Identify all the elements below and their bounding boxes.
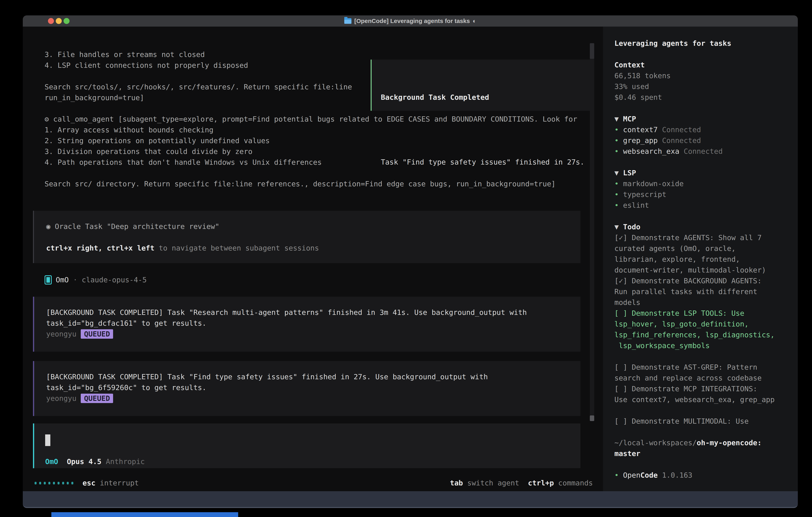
background-task-message-1: [BACKGROUND TASK COMPLETED] Task "Resear… bbox=[33, 297, 580, 352]
window-titlebar[interactable]: [OpenCode] Leveraging agents for tasks ◐ bbox=[23, 16, 798, 27]
background-task-message-2: [BACKGROUND TASK COMPLETED] Task "Find t… bbox=[33, 361, 580, 416]
sidebar-content: Leveraging agents for tasks Context66,51… bbox=[614, 38, 786, 481]
busy-indicator-icon: ◐ bbox=[473, 18, 476, 24]
window-bottom-edge bbox=[23, 491, 798, 508]
window-title-text: [OpenCode] Leveraging agents for tasks bbox=[354, 18, 470, 24]
agent-header: OmO · claude-opus-4-5 bbox=[45, 274, 147, 285]
chat-transcript-top: 3. File handles or streams not closed4. … bbox=[45, 49, 352, 103]
toast-title: Background Task Completed bbox=[372, 92, 592, 103]
tool-call-message: ⚙ call_omo_agent [subagent_type=explore,… bbox=[45, 114, 577, 189]
desktop-background: [OpenCode] Leveraging agents for tasks ◐… bbox=[0, 0, 812, 517]
spinner-dots-icon bbox=[35, 482, 73, 484]
status-bar-left: esc interrupt bbox=[35, 478, 139, 488]
sidebar: Leveraging agents for tasks Context66,51… bbox=[603, 27, 798, 491]
chat-scrollbar[interactable] bbox=[590, 43, 594, 421]
chat-scrollbar-thumb-bottom[interactable] bbox=[590, 415, 594, 421]
chat-scrollbar-thumb-top[interactable] bbox=[590, 43, 594, 59]
agent-header-text: OmO · claude-opus-4-5 bbox=[56, 274, 147, 285]
folder-icon bbox=[344, 18, 351, 24]
omo-agent-icon bbox=[45, 275, 52, 284]
window-title: [OpenCode] Leveraging agents for tasks ◐ bbox=[23, 16, 798, 27]
interrupt-hint: esc interrupt bbox=[83, 478, 139, 488]
dock-indicator-strip bbox=[51, 512, 238, 517]
model-indicator: OmO Opus 4.5 Anthropic bbox=[45, 456, 145, 467]
text-cursor bbox=[45, 434, 50, 446]
terminal-window: [OpenCode] Leveraging agents for tasks ◐… bbox=[23, 16, 798, 508]
oracle-session-box: ◉ Oracle Task "Deep architecture review"… bbox=[33, 211, 580, 263]
notification-toast: Background Task Completed Task "Find typ… bbox=[371, 60, 593, 111]
status-bar-right: tab switch agent ctrl+p commands bbox=[450, 478, 593, 488]
prompt-input[interactable]: OmO Opus 4.5 Anthropic bbox=[33, 424, 580, 468]
